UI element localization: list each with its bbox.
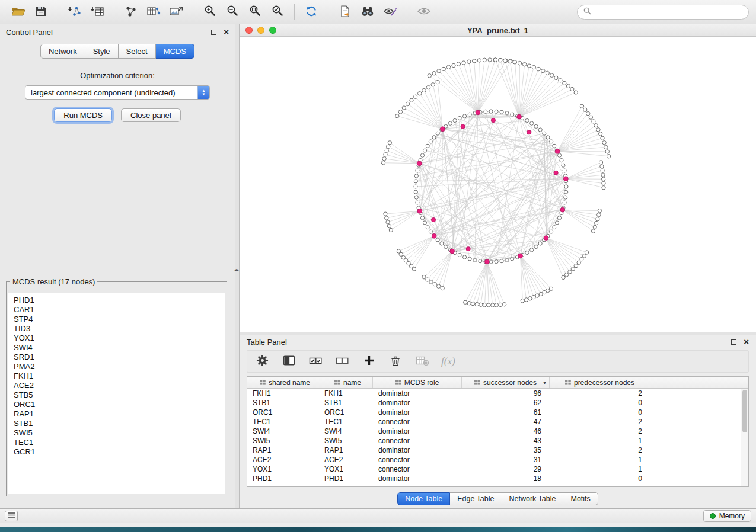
cell-name[interactable]: PHD1 (323, 475, 373, 483)
cell-shared-name[interactable]: RAP1 (247, 446, 323, 454)
maximize-window-button[interactable] (269, 27, 276, 34)
cell-successor-nodes[interactable]: 47 (462, 418, 550, 426)
mcds-result-item[interactable]: SWI4 (14, 343, 225, 352)
table-row[interactable]: ORC1 ORC1 dominator 61 0 (247, 408, 741, 417)
tab-network-table[interactable]: Network Table (502, 492, 564, 505)
cell-predecessor-nodes[interactable]: 2 (550, 446, 650, 454)
cell-shared-name[interactable]: TEC1 (247, 418, 323, 426)
cell-mcds-role[interactable]: dominator (373, 475, 462, 483)
tab-mcds[interactable]: MCDS (156, 44, 194, 59)
mcds-result-item[interactable]: CAR1 (14, 305, 225, 315)
export-document-button[interactable] (334, 2, 356, 21)
zoom-in-button[interactable] (199, 2, 221, 21)
mcds-result-item[interactable]: TEC1 (14, 438, 225, 447)
import-table-button[interactable] (86, 2, 109, 21)
mcds-result-item[interactable]: PMA2 (14, 362, 225, 371)
cell-successor-nodes[interactable]: 61 (462, 408, 550, 416)
cell-successor-nodes[interactable]: 31 (462, 456, 550, 464)
save-session-button[interactable] (30, 2, 52, 21)
cell-successor-nodes[interactable]: 35 (462, 446, 550, 454)
select-all-button[interactable] (308, 353, 323, 370)
import-network-button[interactable] (63, 2, 86, 21)
find-button[interactable] (356, 2, 379, 21)
column-header-shared-name[interactable]: shared name (247, 377, 323, 388)
cell-predecessor-nodes[interactable]: 1 (550, 465, 650, 473)
column-header-successor-nodes[interactable]: successor nodes ▾ (462, 377, 550, 388)
mcds-result-item[interactable]: RAP1 (14, 409, 225, 419)
table-row[interactable]: ACE2 ACE2 connector 31 1 (247, 455, 741, 464)
cell-predecessor-nodes[interactable]: 0 (550, 475, 650, 483)
cell-shared-name[interactable]: FKH1 (247, 389, 323, 398)
cell-mcds-role[interactable]: dominator (373, 408, 462, 416)
cell-mcds-role[interactable]: connector (373, 437, 462, 445)
cell-mcds-role[interactable]: dominator (373, 389, 462, 398)
cell-predecessor-nodes[interactable]: 0 (550, 408, 650, 416)
cell-shared-name[interactable]: YOX1 (247, 465, 323, 473)
cell-predecessor-nodes[interactable]: 2 (550, 389, 650, 398)
zoom-selected-button[interactable] (266, 2, 289, 21)
run-mcds-button[interactable]: Run MCDS (54, 108, 112, 122)
mcds-result-item[interactable]: FKH1 (14, 371, 225, 381)
cell-shared-name[interactable]: STB1 (247, 399, 323, 407)
cell-successor-nodes[interactable]: 62 (462, 399, 550, 407)
cell-predecessor-nodes[interactable]: 1 (550, 456, 650, 464)
cell-mcds-role[interactable]: dominator (373, 399, 462, 407)
cell-name[interactable]: TEC1 (323, 418, 373, 426)
cell-shared-name[interactable]: SWI5 (247, 437, 323, 445)
close-panel-icon[interactable]: × (224, 29, 229, 35)
cell-successor-nodes[interactable]: 43 (462, 437, 550, 445)
show-columns-button[interactable] (281, 353, 296, 370)
cell-mcds-role[interactable]: connector (373, 418, 462, 426)
cell-shared-name[interactable]: ORC1 (247, 408, 323, 416)
table-row[interactable]: STB1 STB1 dominator 62 0 (247, 398, 741, 408)
tab-network[interactable]: Network (40, 44, 85, 59)
table-row[interactable]: SWI4 SWI4 dominator 46 2 (247, 427, 741, 436)
cell-shared-name[interactable]: ACE2 (247, 456, 323, 464)
sort-chevron-icon[interactable]: ▾ (543, 379, 546, 386)
mcds-result-item[interactable]: TID3 (14, 324, 225, 334)
cell-mcds-role[interactable]: connector (373, 465, 462, 473)
tab-motifs[interactable]: Motifs (563, 492, 598, 505)
mcds-result-list[interactable]: PHD1 CAR1 STP4 TID3 YOX1 SWI4 SRD1 PMA2 … (8, 293, 225, 494)
cell-successor-nodes[interactable]: 18 (462, 475, 550, 483)
cell-successor-nodes[interactable]: 46 (462, 427, 550, 435)
cell-predecessor-nodes[interactable]: 1 (550, 437, 650, 445)
delete-row-button[interactable] (388, 353, 403, 370)
open-session-button[interactable] (7, 2, 30, 21)
table-scrollbar[interactable] (741, 389, 748, 486)
cell-shared-name[interactable]: PHD1 (247, 475, 323, 483)
show-panels-button[interactable] (5, 511, 18, 521)
export-image-button[interactable] (165, 2, 187, 21)
cell-successor-nodes[interactable]: 29 (462, 465, 550, 473)
cell-mcds-role[interactable]: dominator (373, 427, 462, 435)
cell-name[interactable]: RAP1 (323, 446, 373, 454)
filter-button[interactable] (379, 2, 401, 21)
delete-table-button[interactable] (414, 353, 430, 370)
cell-mcds-role[interactable]: connector (373, 456, 462, 464)
mcds-result-item[interactable]: SWI5 (14, 428, 225, 438)
new-network-button[interactable] (120, 2, 142, 21)
mcds-result-item[interactable]: STB1 (14, 419, 225, 428)
cell-name[interactable]: YOX1 (323, 465, 373, 473)
column-header-mcds-role[interactable]: MCDS role (373, 377, 462, 388)
network-canvas[interactable] (240, 37, 756, 332)
cell-predecessor-nodes[interactable]: 0 (550, 399, 650, 407)
search-input[interactable] (595, 8, 742, 17)
column-header-name[interactable]: name (323, 377, 373, 388)
tab-style[interactable]: Style (85, 44, 119, 59)
cell-shared-name[interactable]: SWI4 (247, 427, 323, 435)
mcds-result-item[interactable]: GCR1 (14, 447, 225, 457)
show-graphics-details-button[interactable] (413, 2, 435, 21)
memory-button[interactable]: Memory (703, 510, 751, 522)
network-graph[interactable] (240, 37, 756, 332)
search-box[interactable] (577, 5, 749, 20)
table-row[interactable]: PHD1 PHD1 dominator 18 0 (247, 474, 741, 483)
cell-predecessor-nodes[interactable]: 2 (550, 418, 650, 426)
cell-name[interactable]: ORC1 (323, 408, 373, 416)
add-row-button[interactable] (361, 353, 377, 370)
panel-splitter[interactable]: ◂▸ (235, 24, 240, 513)
cell-successor-nodes[interactable]: 96 (462, 389, 550, 398)
mcds-result-item[interactable]: ACE2 (14, 381, 225, 390)
deselect-all-button[interactable] (334, 353, 350, 370)
apply-layout-button[interactable] (300, 2, 323, 21)
